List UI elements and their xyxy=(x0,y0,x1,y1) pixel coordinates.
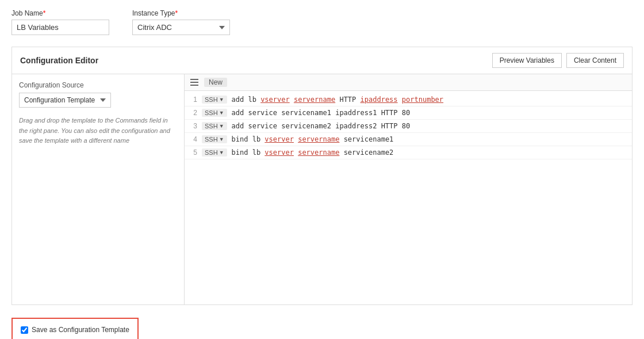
command-text: add service servicename1 ipaddress1 HTTP… xyxy=(232,109,411,117)
config-editor-section: Configuration Editor Preview Variables C… xyxy=(12,47,632,305)
command-row: 2SSH ▼add service servicename1 ipaddress… xyxy=(185,106,632,120)
config-editor-header: Configuration Editor Preview Variables C… xyxy=(12,47,632,74)
ssh-badge[interactable]: SSH ▼ xyxy=(202,135,227,143)
command-text: add service servicename2 ipaddress2 HTTP… xyxy=(232,122,411,130)
line-number: 2 xyxy=(185,109,202,117)
config-source-select[interactable]: Configuration Template xyxy=(19,93,111,108)
command-row: 3SSH ▼add service servicename2 ipaddress… xyxy=(185,120,632,133)
form-row: Job Name* Instance Type* Citrix ADC xyxy=(12,9,632,35)
required-star: * xyxy=(43,9,46,17)
line-number: 5 xyxy=(185,148,202,157)
command-row: 1SSH ▼add lb vserver servername HTTP ipa… xyxy=(185,93,632,106)
instance-type-select[interactable]: Citrix ADC xyxy=(132,20,230,35)
header-buttons: Preview Variables Clear Content xyxy=(492,53,624,68)
save-template-checkbox[interactable] xyxy=(21,326,28,334)
job-name-group: Job Name* xyxy=(12,9,109,35)
save-template-label[interactable]: Save as Configuration Template xyxy=(32,326,129,334)
editor-body: Configuration Source Configuration Templ… xyxy=(12,74,632,304)
command-row: 5SSH ▼bind lb vserver servername service… xyxy=(185,146,632,159)
command-text: bind lb vserver servername servicename1 xyxy=(232,135,394,143)
ssh-badge[interactable]: SSH ▼ xyxy=(202,96,227,104)
right-panel: New 1SSH ▼add lb vserver servername HTTP… xyxy=(185,74,632,304)
command-text: bind lb vserver servername servicename2 xyxy=(232,148,394,157)
line-number: 3 xyxy=(185,122,202,130)
required-star-2: * xyxy=(175,9,178,17)
ssh-badge[interactable]: SSH ▼ xyxy=(202,122,227,130)
command-text: add lb vserver servername HTTP ipaddress… xyxy=(232,96,444,104)
left-panel: Configuration Source Configuration Templ… xyxy=(12,74,185,304)
ssh-badge[interactable]: SSH ▼ xyxy=(202,109,227,117)
hamburger-icon[interactable] xyxy=(190,79,198,86)
bottom-section: Save as Configuration Template Configura… xyxy=(12,318,139,339)
clear-content-button[interactable]: Clear Content xyxy=(566,53,624,68)
commands-list: 1SSH ▼add lb vserver servername HTTP ipa… xyxy=(185,91,632,304)
ssh-badge[interactable]: SSH ▼ xyxy=(202,148,227,157)
instance-type-label: Instance Type* xyxy=(132,9,230,17)
bottom-area: Save as Configuration Template Configura… xyxy=(12,312,632,339)
instance-type-group: Instance Type* Citrix ADC xyxy=(132,9,230,35)
command-row: 4SSH ▼bind lb vserver servername service… xyxy=(185,133,632,146)
job-name-label: Job Name* xyxy=(12,9,109,17)
line-number: 1 xyxy=(185,96,202,104)
job-name-input[interactable] xyxy=(12,20,109,35)
right-panel-header: New xyxy=(185,74,632,91)
new-badge: New xyxy=(204,78,227,87)
drag-hint: Drag and drop the template to the Comman… xyxy=(19,116,177,146)
config-source-label: Configuration Source xyxy=(19,81,177,89)
preview-variables-button[interactable]: Preview Variables xyxy=(492,53,562,68)
config-editor-title: Configuration Editor xyxy=(20,56,98,65)
line-number: 4 xyxy=(185,135,202,143)
save-template-row: Save as Configuration Template xyxy=(21,326,129,334)
